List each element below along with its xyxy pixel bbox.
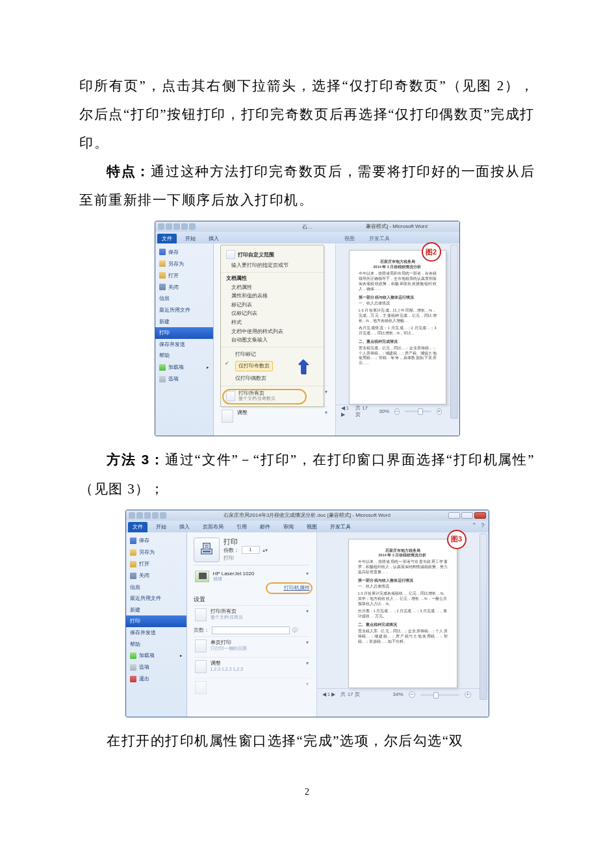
quick-access-toolbar[interactable] xyxy=(129,512,166,519)
print-button[interactable]: 🖶 xyxy=(194,538,220,562)
orientation-selector[interactable] xyxy=(194,678,310,697)
menu-prop-table[interactable]: 属性和值的表格 xyxy=(221,291,324,301)
menu-mark-only[interactable]: 仅标记列表 xyxy=(221,309,324,318)
annotation-arrow-icon: ⬆ xyxy=(296,356,311,378)
sidebar-item-save-send[interactable]: 保存并发送 xyxy=(155,339,213,351)
sidebar-item-options[interactable]: 选项 xyxy=(155,373,213,385)
printer-properties-link[interactable]: 打印机属性 xyxy=(284,585,310,591)
menu-all-pages[interactable]: 打印所有页 整个文档 仅奇数页 xyxy=(221,388,324,404)
zoom-in-button[interactable]: + xyxy=(465,691,471,698)
menu-mark-list[interactable]: 标记列表 xyxy=(221,301,324,310)
window-controls[interactable] xyxy=(448,512,486,519)
print-center-panel: 🖶 打印 份数：1▴▾ 打印 HP LaserJet 1020就绪 打印机属性 xyxy=(187,532,317,717)
sidebar-item-exit[interactable]: 退出 xyxy=(126,673,186,685)
figure-3: 石家庄市局2014年3月税收完成情况分析.doc [兼容模式] - Micros… xyxy=(79,510,535,717)
status-bar: 1 共 17 页 34% − + ⤢ xyxy=(317,688,489,701)
sidebar-item-open[interactable]: 打开 xyxy=(155,269,213,281)
copies-label: 份数： xyxy=(224,547,239,554)
figure-badge: 图2 xyxy=(422,242,441,262)
sidebar-item-options[interactable]: 选项 xyxy=(126,662,186,673)
para-2-lead: 特点： xyxy=(107,164,151,179)
collate-selector[interactable]: 调整1,2,3 1,2,3 1,2,3 xyxy=(194,657,310,676)
page-number: 2 xyxy=(79,782,535,801)
zoom-slider[interactable] xyxy=(405,410,431,412)
sidebar-item-open[interactable]: 打开 xyxy=(126,558,186,570)
para-2: 特点：通过这种方法打印完奇数页后，需要将打印好的一面按从后至前重新排一下顺序后放… xyxy=(79,157,535,214)
copies-input[interactable]: 1 xyxy=(242,546,260,554)
sidebar-item-save-send[interactable]: 保存并发送 xyxy=(126,627,186,639)
sidebar-item-info[interactable]: 信息 xyxy=(155,293,213,304)
titlebar: 石家庄市局2014年3月税收完成情况分析.doc [兼容模式] - Micros… xyxy=(126,510,489,521)
print-preview: 兼容模式] - Microsoft Word 视图 开发工具 图2 石家庄市地方… xyxy=(336,243,459,436)
sidebar-item-close[interactable]: 关闭 xyxy=(155,281,213,293)
para-1: 印所有页”，点击其右侧下拉箭头，选择“仅打印奇数页”（见图 2），尔后点“打印”… xyxy=(79,71,535,157)
page-range-selector[interactable]: 打印所有页整个文档 仅简页 xyxy=(194,605,310,624)
menu-styles-list[interactable]: 文档中使用的样式列表 xyxy=(221,327,324,336)
collate-card[interactable]: 调整 xyxy=(220,406,329,425)
window-controls[interactable] xyxy=(419,223,457,230)
pages-field[interactable]: 页数：ⓘ xyxy=(194,626,310,634)
print-center-panel: 打印自定义范围 输入要打印的指定页或节 文档属性 文档属性 属性和值的表格 标记… xyxy=(214,243,336,436)
scrollbar[interactable] xyxy=(480,534,487,700)
menu-doc-props[interactable]: 文档属性 xyxy=(221,283,324,292)
tab-insert[interactable]: 插入 xyxy=(204,234,224,244)
menu-autotext[interactable]: 自动图文集输入 xyxy=(221,336,324,345)
page-range-dropdown[interactable]: 打印自定义范围 输入要打印的指定页或节 文档属性 文档属性 属性和值的表格 标记… xyxy=(220,245,324,406)
page-nav[interactable]: 1 xyxy=(322,691,336,698)
duplex-selector[interactable]: 单页打印只打印一侧的页面 xyxy=(194,636,310,655)
printer-selector[interactable]: HP LaserJet 1020就绪 xyxy=(194,568,310,585)
sidebar-item-new[interactable]: 新建 xyxy=(155,316,213,328)
sidebar-item-addins[interactable]: 加载项 xyxy=(155,362,213,373)
figure-2: 石… 文件 开始 插入 ⌃? 保存 另存为 打开 关闭 信息 最近所用文件 新建… xyxy=(79,221,535,436)
ribbon-tabs[interactable]: 文件 开始 插入 页面布局 引用 邮件 审阅 视图 开发工具 ⌃? xyxy=(126,521,489,532)
zoom-in-button[interactable]: + xyxy=(437,408,442,415)
zoom-out-button[interactable]: − xyxy=(394,408,400,415)
sidebar-item-help[interactable]: 帮助 xyxy=(126,639,186,651)
sidebar-item-close[interactable]: 关闭 xyxy=(126,570,186,582)
para-3: 方法 3：通过“文件”－“打印”，在打印窗口界面选择“打印机属性”（见图 3）； xyxy=(79,445,535,502)
quick-access-toolbar[interactable] xyxy=(158,223,196,230)
sidebar-item-recent[interactable]: 最近所用文件 xyxy=(126,593,186,604)
tab-home[interactable]: 开始 xyxy=(181,234,200,244)
backstage-sidebar: 保存 另存为 打开 关闭 信息 最近所用文件 新建 打印 保存并发送 帮助 加载… xyxy=(155,243,214,436)
print-preview: 图3 石家庄市地方税务局 2014 年 3 月份税收情况分析 今年以来，按照省局… xyxy=(317,532,489,717)
tab-file[interactable]: 文件 xyxy=(128,522,147,532)
zoom-out-button[interactable]: − xyxy=(409,691,415,698)
sidebar-item-info[interactable]: 信息 xyxy=(126,582,186,593)
sidebar-item-print[interactable]: 打印 xyxy=(126,615,186,627)
sidebar-item-save-as[interactable]: 另存为 xyxy=(155,258,213,269)
tab-file[interactable]: 文件 xyxy=(157,234,177,244)
status-bar: 1 共 17 页 30% − + ⤢ xyxy=(336,404,459,417)
para-4: 在打开的打印机属性窗口选择“完成”选项，尔后勾选“双 xyxy=(79,726,535,755)
sidebar-item-addins[interactable]: 加载项 xyxy=(126,650,186,662)
titlebar: 石… xyxy=(155,221,459,232)
sidebar-item-save-as[interactable]: 另存为 xyxy=(126,547,186,558)
sidebar-item-save[interactable]: 保存 xyxy=(126,535,186,547)
scrollbar[interactable] xyxy=(450,245,458,419)
menu-styles[interactable]: 样式 xyxy=(221,318,324,327)
sidebar-item-new[interactable]: 新建 xyxy=(126,604,186,616)
figure-badge: 图3 xyxy=(447,530,467,549)
sidebar-item-print[interactable]: 打印 xyxy=(155,327,213,339)
sidebar-item-recent[interactable]: 最近所用文件 xyxy=(155,304,213,316)
sidebar-item-help[interactable]: 帮助 xyxy=(155,350,213,362)
sidebar-item-save[interactable]: 保存 xyxy=(155,246,213,258)
page-nav[interactable]: 1 xyxy=(341,405,350,417)
zoom-slider[interactable] xyxy=(420,694,459,696)
backstage-sidebar: 保存 另存为 打开 关闭 信息 最近所用文件 新建 打印 保存并发送 帮助 加载… xyxy=(126,532,187,717)
para-3-lead: 方法 3： xyxy=(107,452,165,467)
